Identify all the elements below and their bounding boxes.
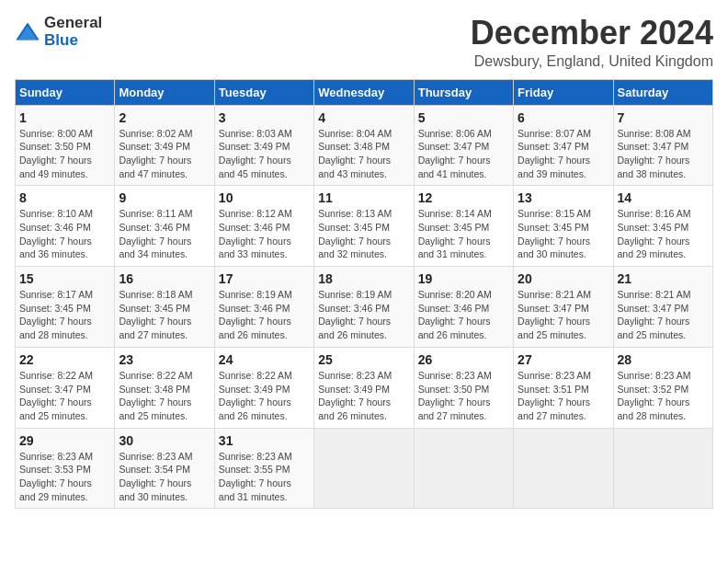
calendar-cell: 14 Sunrise: 8:16 AM Sunset: 3:45 PM Dayl…	[613, 186, 712, 267]
day-number: 18	[318, 271, 409, 286]
day-detail: Sunrise: 8:22 AM Sunset: 3:49 PM Dayligh…	[219, 369, 310, 423]
day-detail: Sunrise: 8:22 AM Sunset: 3:47 PM Dayligh…	[19, 369, 110, 423]
logo: General Blue	[15, 15, 102, 49]
calendar-cell: 7 Sunrise: 8:08 AM Sunset: 3:47 PM Dayli…	[613, 105, 712, 186]
calendar-cell: 5 Sunrise: 8:06 AM Sunset: 3:47 PM Dayli…	[414, 105, 513, 186]
title-area: December 2024 Dewsbury, England, United …	[471, 15, 713, 70]
day-number: 26	[418, 352, 509, 367]
day-number: 30	[119, 433, 210, 448]
day-number: 6	[518, 110, 609, 125]
day-detail: Sunrise: 8:04 AM Sunset: 3:48 PM Dayligh…	[318, 127, 409, 181]
calendar-cell: 18 Sunrise: 8:19 AM Sunset: 3:46 PM Dayl…	[314, 267, 414, 348]
day-number: 24	[219, 352, 310, 367]
header: General Blue December 2024 Dewsbury, Eng…	[15, 15, 713, 70]
day-detail: Sunrise: 8:23 AM Sunset: 3:52 PM Dayligh…	[618, 369, 709, 423]
calendar-week-5: 29 Sunrise: 8:23 AM Sunset: 3:53 PM Dayl…	[16, 428, 713, 509]
logo-general: General	[44, 15, 102, 32]
calendar-cell	[414, 428, 513, 509]
calendar-cell: 3 Sunrise: 8:03 AM Sunset: 3:49 PM Dayli…	[214, 105, 313, 186]
day-header-saturday: Saturday	[613, 79, 712, 105]
calendar-cell: 4 Sunrise: 8:04 AM Sunset: 3:48 PM Dayli…	[314, 105, 414, 186]
calendar-cell: 15 Sunrise: 8:17 AM Sunset: 3:45 PM Dayl…	[16, 267, 115, 348]
location-title: Dewsbury, England, United Kingdom	[471, 53, 713, 70]
calendar-cell: 19 Sunrise: 8:20 AM Sunset: 3:46 PM Dayl…	[414, 267, 513, 348]
day-detail: Sunrise: 8:23 AM Sunset: 3:51 PM Dayligh…	[518, 369, 609, 423]
day-detail: Sunrise: 8:08 AM Sunset: 3:47 PM Dayligh…	[618, 127, 709, 181]
day-detail: Sunrise: 8:23 AM Sunset: 3:54 PM Dayligh…	[119, 450, 210, 504]
day-number: 29	[19, 433, 110, 448]
day-number: 1	[19, 110, 110, 125]
day-header-tuesday: Tuesday	[214, 79, 313, 105]
day-header-thursday: Thursday	[414, 79, 513, 105]
calendar-cell: 13 Sunrise: 8:15 AM Sunset: 3:45 PM Dayl…	[514, 186, 613, 267]
calendar-cell: 17 Sunrise: 8:19 AM Sunset: 3:46 PM Dayl…	[214, 267, 313, 348]
day-header-wednesday: Wednesday	[314, 79, 414, 105]
calendar-cell: 16 Sunrise: 8:18 AM Sunset: 3:45 PM Dayl…	[115, 267, 214, 348]
day-detail: Sunrise: 8:03 AM Sunset: 3:49 PM Dayligh…	[219, 127, 310, 181]
calendar-cell: 31 Sunrise: 8:23 AM Sunset: 3:55 PM Dayl…	[214, 428, 313, 509]
day-number: 31	[219, 433, 310, 448]
day-number: 14	[618, 190, 709, 205]
calendar-cell: 2 Sunrise: 8:02 AM Sunset: 3:49 PM Dayli…	[115, 105, 214, 186]
day-number: 20	[518, 271, 609, 286]
day-number: 22	[19, 352, 110, 367]
calendar-header-row: SundayMondayTuesdayWednesdayThursdayFrid…	[16, 79, 713, 105]
day-number: 28	[618, 352, 709, 367]
calendar-cell: 23 Sunrise: 8:22 AM Sunset: 3:48 PM Dayl…	[115, 347, 214, 428]
calendar-cell: 12 Sunrise: 8:14 AM Sunset: 3:45 PM Dayl…	[414, 186, 513, 267]
day-number: 27	[518, 352, 609, 367]
day-number: 11	[318, 190, 409, 205]
calendar-cell: 27 Sunrise: 8:23 AM Sunset: 3:51 PM Dayl…	[514, 347, 613, 428]
calendar-week-1: 1 Sunrise: 8:00 AM Sunset: 3:50 PM Dayli…	[16, 105, 713, 186]
day-number: 3	[219, 110, 310, 125]
day-number: 10	[219, 190, 310, 205]
calendar-cell	[613, 428, 712, 509]
calendar-cell: 11 Sunrise: 8:13 AM Sunset: 3:45 PM Dayl…	[314, 186, 414, 267]
calendar-cell	[514, 428, 613, 509]
day-detail: Sunrise: 8:22 AM Sunset: 3:48 PM Dayligh…	[119, 369, 210, 423]
calendar-cell: 25 Sunrise: 8:23 AM Sunset: 3:49 PM Dayl…	[314, 347, 414, 428]
day-number: 9	[119, 190, 210, 205]
calendar-cell: 24 Sunrise: 8:22 AM Sunset: 3:49 PM Dayl…	[214, 347, 313, 428]
day-detail: Sunrise: 8:02 AM Sunset: 3:49 PM Dayligh…	[119, 127, 210, 181]
day-detail: Sunrise: 8:00 AM Sunset: 3:50 PM Dayligh…	[19, 127, 110, 181]
calendar-cell: 22 Sunrise: 8:22 AM Sunset: 3:47 PM Dayl…	[16, 347, 115, 428]
day-number: 4	[318, 110, 409, 125]
day-number: 7	[618, 110, 709, 125]
calendar-cell: 10 Sunrise: 8:12 AM Sunset: 3:46 PM Dayl…	[214, 186, 313, 267]
day-number: 19	[418, 271, 509, 286]
calendar: SundayMondayTuesdayWednesdayThursdayFrid…	[15, 79, 713, 510]
day-header-friday: Friday	[514, 79, 613, 105]
calendar-week-4: 22 Sunrise: 8:22 AM Sunset: 3:47 PM Dayl…	[16, 347, 713, 428]
calendar-cell: 1 Sunrise: 8:00 AM Sunset: 3:50 PM Dayli…	[16, 105, 115, 186]
day-number: 23	[119, 352, 210, 367]
day-number: 12	[418, 190, 509, 205]
calendar-cell: 9 Sunrise: 8:11 AM Sunset: 3:46 PM Dayli…	[115, 186, 214, 267]
day-header-sunday: Sunday	[16, 79, 115, 105]
logo-icon	[15, 19, 40, 45]
day-detail: Sunrise: 8:10 AM Sunset: 3:46 PM Dayligh…	[19, 207, 110, 261]
day-number: 2	[119, 110, 210, 125]
calendar-cell: 6 Sunrise: 8:07 AM Sunset: 3:47 PM Dayli…	[514, 105, 613, 186]
day-detail: Sunrise: 8:16 AM Sunset: 3:45 PM Dayligh…	[618, 207, 709, 261]
day-detail: Sunrise: 8:21 AM Sunset: 3:47 PM Dayligh…	[618, 288, 709, 342]
day-detail: Sunrise: 8:14 AM Sunset: 3:45 PM Dayligh…	[418, 207, 509, 261]
day-number: 15	[19, 271, 110, 286]
day-detail: Sunrise: 8:18 AM Sunset: 3:45 PM Dayligh…	[119, 288, 210, 342]
day-detail: Sunrise: 8:07 AM Sunset: 3:47 PM Dayligh…	[518, 127, 609, 181]
day-detail: Sunrise: 8:12 AM Sunset: 3:46 PM Dayligh…	[219, 207, 310, 261]
day-number: 8	[19, 190, 110, 205]
day-detail: Sunrise: 8:06 AM Sunset: 3:47 PM Dayligh…	[418, 127, 509, 181]
calendar-cell: 26 Sunrise: 8:23 AM Sunset: 3:50 PM Dayl…	[414, 347, 513, 428]
day-detail: Sunrise: 8:21 AM Sunset: 3:47 PM Dayligh…	[518, 288, 609, 342]
day-detail: Sunrise: 8:11 AM Sunset: 3:46 PM Dayligh…	[119, 207, 210, 261]
day-detail: Sunrise: 8:23 AM Sunset: 3:50 PM Dayligh…	[418, 369, 509, 423]
day-number: 25	[318, 352, 409, 367]
calendar-cell	[314, 428, 414, 509]
calendar-week-2: 8 Sunrise: 8:10 AM Sunset: 3:46 PM Dayli…	[16, 186, 713, 267]
day-detail: Sunrise: 8:17 AM Sunset: 3:45 PM Dayligh…	[19, 288, 110, 342]
day-detail: Sunrise: 8:23 AM Sunset: 3:55 PM Dayligh…	[219, 450, 310, 504]
day-number: 13	[518, 190, 609, 205]
day-header-monday: Monday	[115, 79, 214, 105]
day-detail: Sunrise: 8:23 AM Sunset: 3:49 PM Dayligh…	[318, 369, 409, 423]
